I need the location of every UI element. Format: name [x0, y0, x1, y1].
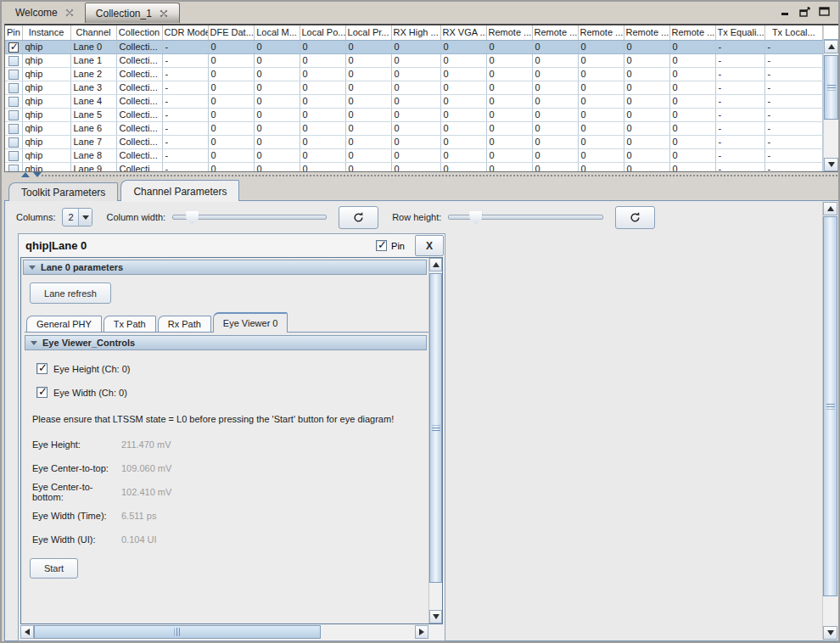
table-cell[interactable]: 0 [440, 94, 486, 108]
table-cell[interactable]: 0 [578, 108, 624, 121]
column-header-instance[interactable]: Instance [22, 25, 70, 40]
scrollbar-track[interactable] [429, 271, 442, 610]
table-cell[interactable]: 0 [391, 40, 440, 53]
table-cell[interactable]: 0 [578, 53, 624, 67]
tab-general-phy[interactable]: General PHY [26, 316, 102, 332]
close-icon[interactable] [65, 8, 75, 18]
table-cell[interactable]: - [715, 53, 764, 67]
close-card-button[interactable]: X [415, 235, 444, 256]
table-cell[interactable]: - [715, 108, 764, 121]
table-cell[interactable]: - [764, 162, 823, 171]
table-cell[interactable]: 0 [300, 108, 345, 121]
splitter-expand-up-icon[interactable] [21, 172, 30, 177]
table-cell[interactable]: 0 [669, 67, 715, 81]
table-cell[interactable]: 0 [345, 121, 391, 135]
pin-cell[interactable] [5, 40, 22, 53]
table-cell[interactable]: 0 [208, 162, 254, 171]
table-cell[interactable]: - [715, 121, 764, 135]
column-header-pin[interactable]: Pin [5, 25, 22, 40]
table-cell[interactable]: 0 [391, 108, 440, 121]
table-cell[interactable]: 0 [669, 81, 715, 94]
chevron-down-icon[interactable] [78, 209, 92, 226]
table-row[interactable]: qhipLane 9Collecti...-00000000000-- [5, 162, 823, 171]
table-cell[interactable]: - [764, 94, 823, 108]
table-cell[interactable]: qhip [22, 162, 70, 171]
table-cell[interactable]: Collecti... [116, 121, 162, 135]
tab-welcome[interactable]: Welcome [5, 3, 85, 23]
table-cell[interactable]: Collecti... [116, 94, 162, 108]
table-cell[interactable]: 0 [300, 162, 345, 171]
card-horizontal-scrollbar[interactable] [20, 625, 428, 639]
close-icon[interactable] [160, 8, 169, 18]
table-cell[interactable]: 0 [532, 53, 578, 67]
table-cell[interactable]: 0 [624, 40, 669, 53]
table-cell[interactable]: - [162, 121, 208, 135]
lane-refresh-button[interactable]: Lane refresh [30, 282, 111, 304]
table-cell[interactable]: 0 [391, 121, 440, 135]
table-cell[interactable]: 0 [578, 67, 624, 81]
table-cell[interactable]: Lane 2 [70, 67, 116, 81]
table-cell[interactable]: 0 [208, 81, 254, 94]
table-cell[interactable]: Collecti... [116, 67, 162, 81]
split-pane-divider[interactable] [4, 172, 839, 180]
table-cell[interactable]: 0 [300, 121, 345, 135]
table-cell[interactable]: 0 [669, 40, 715, 53]
column-header-channel[interactable]: Channel [70, 25, 116, 40]
tab-collection-1[interactable]: Collection_1 [85, 3, 180, 23]
pin-checkbox[interactable] [8, 56, 19, 66]
table-cell[interactable]: - [764, 121, 823, 135]
table-cell[interactable]: - [764, 135, 823, 148]
table-cell[interactable]: 0 [208, 67, 254, 81]
slider-thumb[interactable] [186, 211, 199, 225]
splitter-expand-down-icon[interactable] [33, 172, 42, 177]
table-cell[interactable]: 0 [345, 162, 391, 171]
column-header-tx-local[interactable]: Tx Local... [764, 25, 823, 40]
table-cell[interactable]: - [162, 53, 208, 67]
table-cell[interactable]: 0 [440, 40, 486, 53]
column-header-remote[interactable]: Remote ... [669, 25, 715, 40]
table-vertical-scrollbar[interactable] [823, 25, 838, 171]
table-cell[interactable]: 0 [254, 81, 300, 94]
table-cell[interactable]: 0 [624, 148, 669, 162]
table-cell[interactable]: qhip [22, 94, 70, 108]
table-cell[interactable]: Lane 9 [70, 162, 116, 171]
table-cell[interactable]: Collecti... [116, 81, 162, 94]
table-cell[interactable]: 0 [624, 94, 669, 108]
eye-checkbox[interactable] [36, 387, 48, 398]
table-cell[interactable]: 0 [532, 40, 578, 53]
table-cell[interactable]: - [764, 40, 823, 53]
table-cell[interactable]: 0 [345, 108, 391, 121]
table-cell[interactable]: - [162, 40, 208, 53]
column-header-tx-equali[interactable]: Tx Equali... [715, 25, 764, 40]
pin-cell[interactable] [5, 135, 22, 148]
scrollbar-track[interactable] [823, 215, 837, 626]
table-cell[interactable]: 0 [578, 148, 624, 162]
table-cell[interactable]: qhip [22, 67, 70, 81]
table-cell[interactable]: 0 [624, 53, 669, 67]
table-cell[interactable]: 0 [208, 135, 254, 148]
column-header-remote[interactable]: Remote ... [486, 25, 532, 40]
table-cell[interactable]: 0 [624, 162, 669, 171]
pin-checkbox[interactable] [8, 110, 19, 120]
table-cell[interactable]: Lane 4 [70, 94, 116, 108]
table-cell[interactable]: 0 [300, 148, 345, 162]
scroll-down-icon[interactable] [429, 610, 442, 623]
scroll-up-icon[interactable] [823, 202, 837, 215]
table-cell[interactable]: 0 [300, 53, 345, 67]
pin-cell[interactable] [5, 53, 22, 67]
table-row[interactable]: qhipLane 2Collecti...-00000000000-- [5, 67, 823, 81]
pin-checkbox[interactable] [376, 240, 387, 251]
table-cell[interactable]: 0 [345, 53, 391, 67]
table-cell[interactable]: qhip [22, 148, 70, 162]
tab-toolkit-parameters[interactable]: Toolkit Parameters [8, 182, 118, 201]
table-cell[interactable]: - [764, 81, 823, 94]
table-cell[interactable]: 0 [624, 67, 669, 81]
table-cell[interactable]: 0 [440, 67, 486, 81]
table-cell[interactable]: qhip [22, 81, 70, 94]
row-height-slider[interactable] [448, 210, 603, 224]
tab-eye-viewer-0[interactable]: Eye Viewer 0 [213, 312, 288, 332]
table-cell[interactable]: 0 [486, 121, 532, 135]
column-header-local-po[interactable]: Local Po... [300, 25, 345, 40]
table-cell[interactable]: 0 [391, 148, 440, 162]
table-cell[interactable]: 0 [578, 40, 624, 53]
